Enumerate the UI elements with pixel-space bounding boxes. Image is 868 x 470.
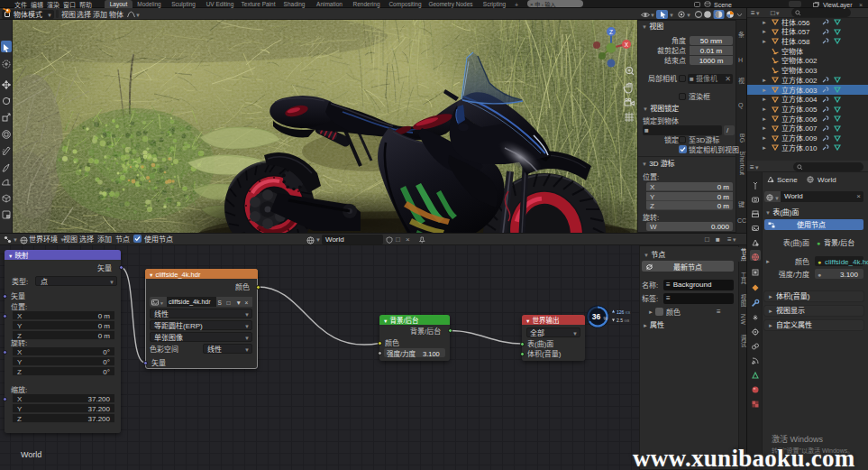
svg-text:126 KB: 126 KB (617, 309, 630, 315)
svg-text:2.5 GB: 2.5 GB (617, 318, 629, 323)
svg-text:%: % (604, 316, 608, 321)
svg-text:36: 36 (592, 312, 601, 321)
svg-text:Z: Z (609, 29, 613, 35)
svg-text:X: X (625, 41, 629, 48)
